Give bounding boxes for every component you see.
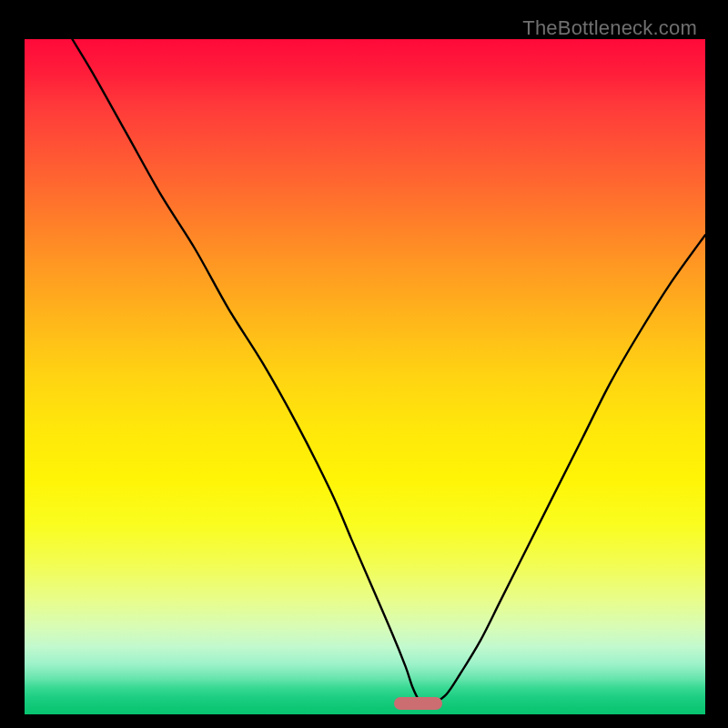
optimal-marker [394, 697, 442, 710]
plot-area [25, 39, 705, 714]
chart-frame: TheBottleneck.com [11, 11, 717, 717]
gradient-background [25, 39, 705, 714]
watermark-text: TheBottleneck.com [522, 16, 697, 40]
